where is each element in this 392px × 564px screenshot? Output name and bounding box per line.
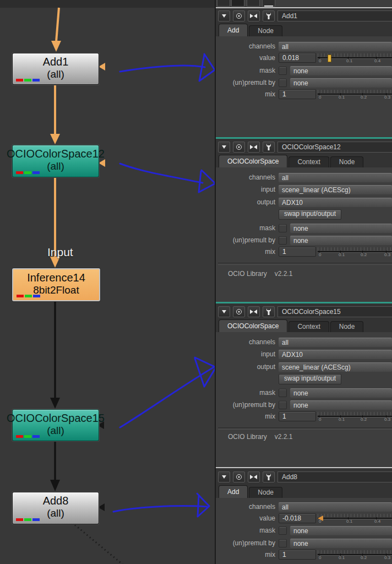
rgb-channel-strips [16, 435, 40, 438]
node-channels-label: (all) [13, 160, 99, 172]
field-label: mix [216, 90, 275, 98]
ocio-library-version: OCIO Libraryv2.2.1 [228, 433, 292, 441]
premult-checkbox[interactable] [279, 401, 287, 409]
tab-ociocolorspace[interactable]: OCIOColorSpace [219, 319, 287, 332]
wrench-icon [265, 308, 272, 316]
node-graph-button[interactable] [248, 306, 260, 317]
node-channels-label: (all) [13, 507, 99, 519]
tab-context[interactable]: Context [288, 321, 329, 332]
settings-button[interactable] [263, 306, 275, 317]
center-node-button[interactable] [233, 10, 245, 21]
properties-toolbar-button[interactable] [247, 0, 260, 7]
collapse-button[interactable] [218, 471, 230, 482]
channels-dropdown[interactable]: all [279, 42, 392, 51]
mix-input[interactable]: 1 [279, 411, 316, 421]
panel-title[interactable]: OCIOColorSpace12 [277, 142, 392, 153]
slider-handle-offscale[interactable] [318, 516, 323, 521]
mask-input-arrow-ocio12 [99, 159, 105, 167]
collapse-button[interactable] [218, 10, 230, 21]
properties-toolbar-button[interactable] [231, 0, 244, 7]
node-graph-icon [250, 144, 258, 150]
node-add1[interactable]: Add1 (all) [12, 53, 99, 85]
mix-input[interactable]: 1 [279, 247, 316, 257]
value-input[interactable]: 0.018 [279, 53, 316, 63]
panel-divider-line [218, 263, 392, 265]
center-node-button[interactable] [233, 142, 245, 153]
rgb-channel-strips [16, 171, 40, 174]
mask-dropdown[interactable]: none [290, 526, 392, 535]
field-label: mask [216, 224, 275, 232]
node-title: Inference14 [27, 272, 85, 284]
premult-dropdown[interactable]: none [290, 78, 392, 88]
slider-handle[interactable] [328, 55, 331, 62]
collapse-icon [221, 145, 227, 149]
center-node-button[interactable] [233, 306, 245, 317]
premult-dropdown[interactable]: none [290, 539, 392, 548]
node-graph-button[interactable] [248, 471, 260, 482]
mask-dropdown[interactable]: none [290, 224, 392, 233]
field-label: mask [216, 67, 275, 74]
swap-input-output-button[interactable]: swap input/output [279, 209, 341, 220]
node-title: OCIOColorSpace15 [7, 412, 105, 425]
channels-dropdown[interactable]: all [279, 502, 392, 512]
settings-button[interactable] [263, 471, 275, 482]
input-colorspace-dropdown[interactable]: ADX10 [279, 350, 392, 359]
center-node-icon [236, 144, 242, 150]
field-label: mix [216, 413, 275, 420]
swap-input-output-button[interactable]: swap input/output [279, 374, 341, 384]
node-graph-button[interactable] [248, 142, 260, 153]
premult-dropdown[interactable]: none [290, 400, 392, 410]
panel-title[interactable]: Add1 [277, 10, 392, 21]
settings-button[interactable] [263, 142, 275, 153]
tab-node[interactable]: Node [330, 156, 364, 167]
node-graph-icon [250, 474, 258, 480]
node-ociocolorspace15[interactable]: OCIOColorSpace15 (all) [12, 409, 99, 441]
mask-checkbox[interactable] [279, 67, 287, 75]
node-graph[interactable]: Add1 (all) OCIOColorSpace12 (all) Input … [0, 0, 216, 564]
settings-button[interactable] [263, 10, 275, 21]
node-inference14[interactable]: Inference14 8bit2Float [12, 268, 100, 301]
properties-toolbar-button[interactable] [262, 0, 275, 7]
center-node-button[interactable] [233, 471, 245, 482]
mix-slider[interactable]: 0 0.1 0.2 0.3 [318, 550, 392, 560]
premult-dropdown[interactable]: none [290, 236, 392, 245]
tab-add[interactable]: Add [219, 485, 248, 498]
output-colorspace-dropdown[interactable]: scene_linear (ACEScg) [279, 362, 392, 372]
mask-dropdown[interactable]: none [290, 66, 392, 75]
channels-dropdown[interactable]: all [279, 173, 392, 182]
input-colorspace-dropdown[interactable]: scene_linear (ACEScg) [279, 185, 392, 194]
tab-node[interactable]: Node [249, 487, 282, 498]
collapse-button[interactable] [218, 306, 230, 317]
panel-title[interactable]: Add8 [277, 471, 392, 482]
premult-checkbox[interactable] [279, 236, 287, 245]
collapse-button[interactable] [218, 142, 230, 153]
tab-ociocolorspace[interactable]: OCIOColorSpace [219, 155, 287, 167]
value-slider[interactable]: 0 0.1 0.4 [318, 513, 392, 523]
tab-node[interactable]: Node [249, 25, 282, 36]
tab-add[interactable]: Add [219, 24, 248, 36]
node-ociocolorspace12[interactable]: OCIOColorSpace12 (all) [12, 145, 99, 177]
properties-toolbar-button[interactable] [217, 0, 230, 7]
mix-slider[interactable]: 0 0.1 0.2 0.3 [318, 89, 392, 99]
value-input[interactable]: -0.018 [279, 513, 316, 523]
mix-slider[interactable]: 0 0.1 0.2 0.3 [318, 247, 392, 257]
premult-checkbox[interactable] [279, 79, 287, 87]
mix-input[interactable]: 1 [279, 550, 316, 560]
mask-checkbox[interactable] [279, 224, 287, 232]
panel-title[interactable]: OCIOColorSpace15 [277, 306, 392, 317]
output-colorspace-dropdown[interactable]: ADX10 [279, 198, 392, 207]
field-label: output [216, 198, 275, 206]
mask-checkbox[interactable] [279, 527, 287, 535]
premult-checkbox[interactable] [279, 539, 287, 547]
value-slider[interactable]: 0 0.1 0.4 [318, 53, 392, 63]
mask-dropdown[interactable]: none [290, 388, 392, 398]
mix-slider[interactable]: 0 0.1 0.2 0.3 [318, 411, 392, 421]
tab-context[interactable]: Context [288, 156, 329, 167]
node-add8[interactable]: Add8 (all) [12, 492, 99, 524]
channels-dropdown[interactable]: all [279, 338, 392, 347]
nuke-window: Add1 (all) OCIOColorSpace12 (all) Input … [0, 0, 392, 564]
mix-input[interactable]: 1 [279, 89, 316, 99]
mask-checkbox[interactable] [279, 389, 287, 397]
tab-node[interactable]: Node [330, 321, 364, 332]
node-graph-button[interactable] [248, 10, 260, 21]
